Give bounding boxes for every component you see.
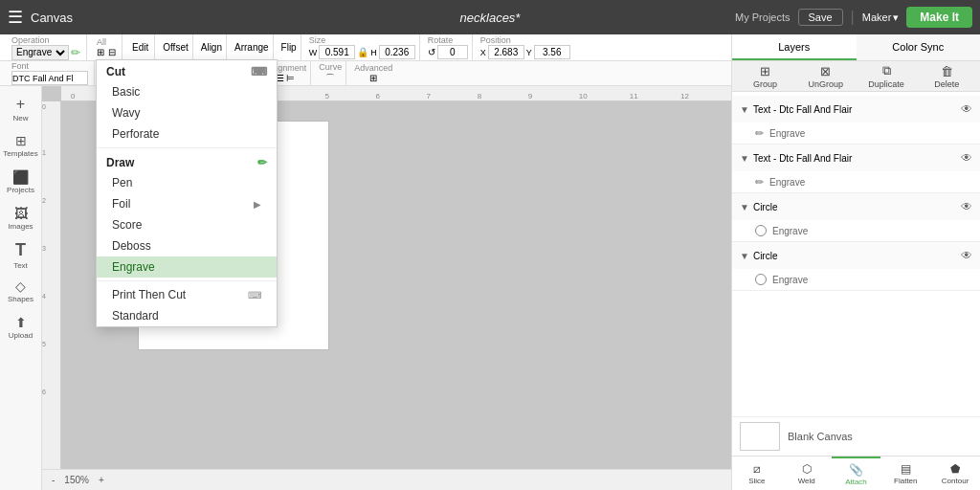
templates-icon: ⊞ (15, 133, 27, 148)
menu-item-perforate[interactable]: Perforate (97, 123, 277, 145)
delete-button[interactable]: 🗑 Delete (918, 63, 976, 90)
layer-child-2: ✏ Engrave (732, 171, 980, 192)
operation-dropdown-menu: Cut ⌨ Basic Wavy Perforate Draw ✏ Pen Fo… (96, 59, 278, 327)
ruler-left: 0 1 2 3 4 5 6 (42, 101, 61, 490)
layer-header-3[interactable]: ▼ Circle 👁 (732, 193, 980, 220)
select-all-group: All ⊞ ⊟ (91, 34, 122, 60)
operation-edit-icon[interactable]: ✏ (71, 46, 80, 59)
y-position-input[interactable]: 3.56 (534, 45, 570, 59)
layer-name-3: Circle (753, 202, 957, 212)
draw-section-header: Draw ✏ (97, 151, 277, 172)
layer-chevron-1: ▼ (740, 104, 749, 115)
attach-button[interactable]: 📎 Attach (832, 457, 881, 490)
flip-button[interactable]: Flip (281, 42, 297, 53)
tab-color-sync[interactable]: Color Sync (857, 34, 981, 60)
tab-layers[interactable]: Layers (732, 34, 857, 60)
contour-icon: ⬟ (950, 462, 960, 476)
sidebar-item-projects[interactable]: ⬛ Projects (4, 165, 38, 199)
offset-button[interactable]: Offset (163, 42, 189, 53)
layer-header-4[interactable]: ▼ Circle 👁 (732, 242, 980, 269)
layer-header-2[interactable]: ▼ Text - Dtc Fall And Flair 👁 (732, 145, 980, 171)
zoom-in-icon[interactable]: + (99, 475, 104, 485)
x-position-input[interactable]: 2.683 (488, 45, 524, 59)
font-input[interactable]: DTC Fall And Fl (11, 71, 88, 85)
zoom-level: 150% (64, 475, 89, 485)
flatten-button[interactable]: ▤ Flatten (880, 457, 930, 490)
select-all-label: All (97, 37, 116, 47)
layer-eye-1[interactable]: 👁 (961, 102, 972, 116)
menu-item-foil[interactable]: Foil ▶ (97, 193, 277, 214)
sidebar-item-text[interactable]: T Text (4, 237, 38, 272)
flatten-icon: ▤ (901, 462, 911, 476)
zoom-out-icon[interactable]: - (52, 475, 55, 485)
weld-icon: ⬡ (802, 462, 812, 476)
cut-shortcut-icon: ⌨ (251, 65, 267, 78)
cut-section-header: Cut ⌨ (97, 60, 277, 81)
hamburger-icon[interactable]: ☰ (8, 7, 23, 28)
select-all-button[interactable]: ⊞ (97, 47, 104, 57)
group-icon: ⊞ (760, 64, 770, 78)
sidebar-item-images[interactable]: 🖼 Images (4, 201, 38, 235)
layer-group-4: ▼ Circle 👁 Engrave (732, 242, 980, 291)
duplicate-button[interactable]: ⧉ Duplicate (858, 63, 916, 90)
make-it-button[interactable]: Make It (906, 7, 972, 28)
layer-chevron-3: ▼ (740, 202, 749, 212)
panel-toolbar: ⊞ Group ⊠ UnGroup ⧉ Duplicate 🗑 Delete (732, 61, 980, 92)
menu-item-pen[interactable]: Pen (97, 172, 277, 193)
curve-button[interactable]: ⌒ (319, 72, 342, 85)
contour-button[interactable]: ⬟ Contour (930, 457, 980, 490)
layer-chevron-4: ▼ (740, 251, 749, 261)
circle-icon-4 (755, 274, 767, 285)
align-button[interactable]: Align (201, 42, 222, 53)
menu-item-wavy[interactable]: Wavy (97, 102, 277, 123)
sidebar-item-upload[interactable]: ⬆ Upload (4, 310, 38, 345)
layer-eye-3[interactable]: 👁 (961, 200, 972, 213)
layers-list: ▼ Text - Dtc Fall And Flair 👁 ✏ Engrave … (732, 92, 980, 421)
pencil-icon-1: ✏ (755, 127, 764, 140)
arrange-button[interactable]: Arrange (234, 42, 269, 53)
save-button[interactable]: Save (798, 9, 843, 26)
operation-select[interactable]: EngraveCutScore (11, 45, 69, 60)
menu-item-score[interactable]: Score (97, 214, 277, 235)
weld-button[interactable]: ⬡ Weld (782, 457, 832, 490)
width-input[interactable]: 0.591 (319, 45, 355, 59)
duplicate-icon: ⧉ (882, 63, 891, 78)
menu-item-basic[interactable]: Basic (97, 81, 277, 102)
edit-button[interactable]: Edit (132, 42, 148, 53)
layer-group-2: ▼ Text - Dtc Fall And Flair 👁 ✏ Engrave (732, 145, 980, 193)
edit-group: Edit (126, 34, 155, 60)
layer-child-1: ✏ Engrave (732, 122, 980, 144)
align-right-button[interactable]: ⊨ (286, 73, 295, 83)
menu-item-engrave[interactable]: Engrave (97, 256, 277, 278)
advanced-button[interactable]: ⊞ (354, 73, 392, 83)
height-input[interactable]: 0.236 (379, 45, 415, 59)
select-none-button[interactable]: ⊟ (108, 47, 116, 57)
ungroup-button[interactable]: ⊠ UnGroup (796, 63, 855, 90)
menu-item-standard[interactable]: Standard (97, 305, 277, 326)
layer-header-1[interactable]: ▼ Text - Dtc Fall And Flair 👁 (732, 96, 980, 122)
layer-child-4: Engrave (732, 269, 980, 290)
divider: | (851, 9, 855, 26)
layer-eye-2[interactable]: 👁 (961, 151, 972, 165)
text-icon: T (15, 240, 26, 260)
maker-button[interactable]: Maker ▾ (862, 11, 900, 24)
sidebar-item-templates[interactable]: ⊞ Templates (4, 128, 38, 163)
delete-icon: 🗑 (941, 64, 953, 78)
my-projects-button[interactable]: My Projects (735, 11, 790, 23)
sidebar-item-shapes[interactable]: ◇ Shapes (4, 274, 38, 308)
app-title: Canvas (31, 11, 73, 25)
layer-eye-4[interactable]: 👁 (961, 249, 972, 262)
layer-group-3: ▼ Circle 👁 Engrave (732, 193, 980, 242)
group-button[interactable]: ⊞ Group (736, 63, 794, 90)
layer-name-2: Text - Dtc Fall And Flair (753, 153, 957, 164)
top-bar: ☰ Canvas necklaces* My Projects Save | M… (0, 0, 980, 34)
ungroup-icon: ⊠ (820, 64, 831, 78)
menu-item-deboss[interactable]: Deboss (97, 235, 277, 256)
slice-button[interactable]: ⧄ Slice (732, 457, 782, 490)
shapes-icon: ◇ (15, 278, 26, 294)
right-panel: Layers Color Sync ⊞ Group ⊠ UnGroup ⧉ Du… (731, 34, 980, 490)
rotate-input[interactable]: 0 (437, 45, 468, 59)
draw-edit-icon[interactable]: ✏ (257, 156, 267, 169)
sidebar-item-new[interactable]: + New (4, 92, 38, 126)
menu-item-print-then-cut[interactable]: Print Then Cut ⌨ (97, 284, 277, 305)
